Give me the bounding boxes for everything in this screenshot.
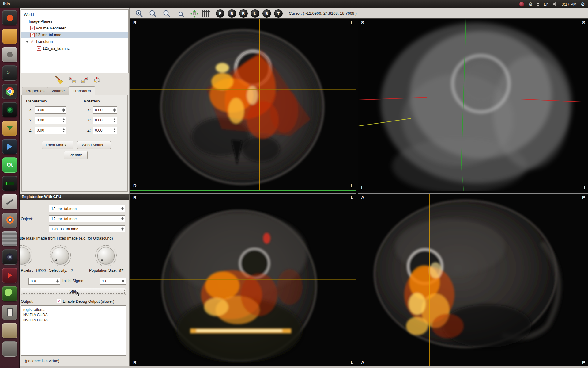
- rotation-z-spinbox[interactable]: 0.00: [93, 127, 117, 134]
- clean-broom-icon[interactable]: [54, 75, 64, 85]
- calculator-icon[interactable]: [2, 231, 17, 246]
- spin-down-icon[interactable]: [62, 110, 65, 112]
- combo-up-icon[interactable]: [121, 217, 124, 219]
- combo-down-icon[interactable]: [121, 219, 124, 220]
- axial-view-quadrant[interactable]: R L R L: [130, 19, 356, 190]
- identity-button[interactable]: Identity: [64, 151, 88, 159]
- package-manager-icon[interactable]: [2, 341, 17, 357]
- registration-log-output[interactable]: registration... NVIDIA CUDA NVIDIA CUDA: [21, 305, 126, 356]
- screen-recorder-icon[interactable]: [2, 102, 17, 117]
- combo-down-icon[interactable]: [121, 229, 124, 231]
- spin-down-icon[interactable]: [62, 131, 65, 132]
- rotation-y-spinbox[interactable]: 0.00: [93, 117, 117, 124]
- visibility-checkbox[interactable]: [37, 46, 41, 51]
- coronal-view-quadrant[interactable]: R L R L: [130, 194, 356, 366]
- translation-y-spinbox[interactable]: 0.00: [35, 117, 66, 124]
- combo-up-icon[interactable]: [121, 227, 124, 229]
- visibility-checkbox[interactable]: [30, 33, 35, 37]
- view-left-button[interactable]: L: [251, 9, 259, 18]
- visibility-checkbox[interactable]: [30, 26, 35, 30]
- spin-down-icon[interactable]: [122, 281, 124, 283]
- settings-gear-icon[interactable]: ⚙: [529, 2, 533, 6]
- spin-up-icon[interactable]: [113, 118, 116, 120]
- camera-icon[interactable]: [2, 249, 17, 265]
- spin-down-icon[interactable]: [62, 121, 65, 122]
- ubuntu-dash-icon[interactable]: [2, 10, 17, 25]
- sagittal-view-quadrant[interactable]: A P A P: [358, 194, 588, 366]
- zoom-out-icon[interactable]: [149, 10, 157, 19]
- archive-manager-icon[interactable]: [2, 323, 17, 338]
- spin-down-icon[interactable]: [113, 131, 116, 132]
- system-settings-icon[interactable]: [2, 47, 17, 62]
- power-gear-icon[interactable]: ⚙: [581, 2, 585, 6]
- music-player-icon[interactable]: [2, 268, 17, 283]
- local-matrix-button[interactable]: Local Matrix...: [42, 141, 74, 149]
- registration-window-titlebar[interactable]: Registration With GPU: [0, 194, 129, 200]
- tree-item-12b-us-tal[interactable]: 12b_us_tal.mnc: [21, 45, 128, 52]
- file-manager-icon[interactable]: [2, 29, 17, 44]
- spin-up-icon[interactable]: [113, 128, 116, 130]
- tree-item-world[interactable]: World: [21, 11, 128, 18]
- combo-up-icon[interactable]: [121, 207, 124, 209]
- volume-muted-icon[interactable]: [553, 2, 557, 6]
- nature-app-icon[interactable]: [2, 286, 17, 301]
- rotation-x-spinbox[interactable]: 0.00: [93, 106, 117, 114]
- grid-toggle-icon[interactable]: [202, 10, 210, 17]
- spin-down-icon[interactable]: [56, 281, 59, 283]
- zoom-region-icon[interactable]: [176, 10, 184, 19]
- tab-transform[interactable]: Transform: [69, 86, 95, 95]
- tree-item-12-mr-tal[interactable]: 12_mr_tal.mnc: [21, 32, 128, 38]
- sigma-spinbox[interactable]: 0.8: [28, 278, 60, 285]
- translation-z-spinbox[interactable]: 0.00: [35, 127, 66, 134]
- combo-down-icon[interactable]: [121, 209, 124, 210]
- view-top-button[interactable]: T: [274, 9, 283, 18]
- reset-cameras-icon[interactable]: [190, 10, 199, 19]
- target-object-combobox[interactable]: 12b_us_tal.mnc: [49, 225, 125, 232]
- chrome-browser-icon[interactable]: [2, 84, 17, 99]
- blender-icon[interactable]: [2, 213, 17, 228]
- scene-graph-icon-b[interactable]: [81, 76, 88, 85]
- expander-icon[interactable]: [26, 41, 28, 43]
- terminal-icon[interactable]: [2, 65, 17, 81]
- start-registration-button[interactable]: Start: [21, 288, 126, 295]
- clock[interactable]: 3:17 PM: [562, 2, 576, 6]
- population-size-dial[interactable]: [97, 247, 115, 264]
- view-right-button[interactable]: R: [239, 9, 248, 18]
- keyboard-layout-indicator[interactable]: En: [544, 2, 548, 6]
- session-indicator-icon[interactable]: [519, 2, 524, 7]
- spin-down-icon[interactable]: [113, 110, 116, 112]
- initial-sigma-spinbox[interactable]: 1.0: [100, 278, 126, 285]
- spin-down-icon[interactable]: [113, 121, 116, 122]
- world-matrix-button[interactable]: World Matrix...: [77, 141, 111, 149]
- spin-up-icon[interactable]: [113, 108, 116, 110]
- scene-graph-icon-c[interactable]: [93, 76, 100, 85]
- object-combobox[interactable]: 12_mr_tal.mnc: [49, 215, 125, 222]
- view-bottom-button[interactable]: B: [262, 9, 271, 18]
- visibility-checkbox[interactable]: [30, 40, 34, 44]
- tree-item-volume-renderer[interactable]: Volume Renderer: [21, 25, 128, 32]
- spin-up-icon[interactable]: [56, 279, 59, 281]
- translation-x-spinbox[interactable]: 0.00: [35, 106, 66, 114]
- downloads-folder-icon[interactable]: [2, 121, 17, 136]
- source-object-combobox[interactable]: 12_mr_tal.mnc: [49, 205, 125, 212]
- zoom-fit-icon[interactable]: [163, 10, 171, 19]
- usb-creator-icon[interactable]: [2, 305, 17, 320]
- spin-up-icon[interactable]: [122, 279, 124, 281]
- view-front-button[interactable]: F: [216, 9, 224, 18]
- tree-item-transform[interactable]: Transform: [21, 38, 128, 45]
- tab-properties[interactable]: Properties: [22, 87, 49, 95]
- network-arrows-icon[interactable]: [537, 2, 539, 6]
- view-back-button[interactable]: B: [228, 9, 236, 18]
- system-monitor-icon[interactable]: [2, 176, 17, 191]
- text-editor-icon[interactable]: [2, 194, 17, 209]
- debug-output-checkbox[interactable]: [57, 299, 61, 303]
- spin-up-icon[interactable]: [62, 128, 65, 130]
- tree-item-image-planes[interactable]: Image Planes: [21, 18, 128, 25]
- 3d-view-quadrant[interactable]: S S I I: [358, 19, 588, 191]
- selectivity-dial[interactable]: [52, 247, 69, 264]
- spin-up-icon[interactable]: [62, 108, 65, 110]
- spin-up-icon[interactable]: [62, 118, 65, 120]
- qt-creator-icon[interactable]: [2, 157, 17, 173]
- zoom-in-icon[interactable]: [135, 10, 143, 19]
- scene-graph-icon-a[interactable]: [69, 76, 76, 85]
